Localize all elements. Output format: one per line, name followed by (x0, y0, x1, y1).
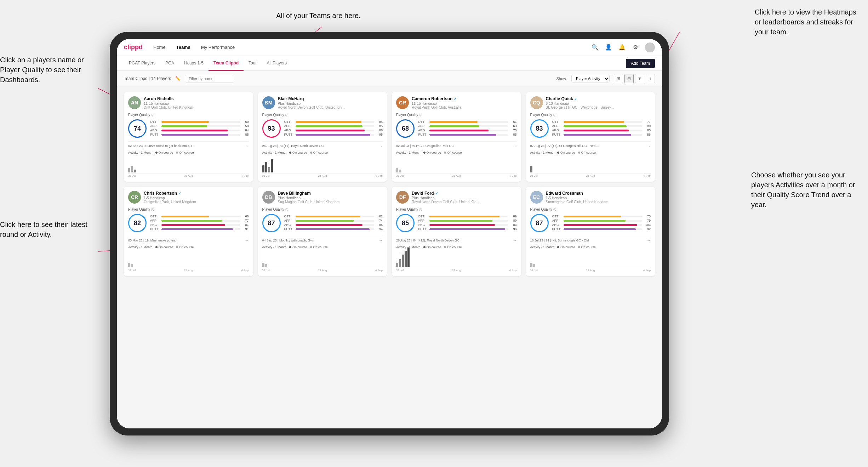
nav-my-performance[interactable]: My Performance (201, 45, 235, 50)
list-view-button[interactable]: ⊟ (624, 74, 634, 83)
settings-icon[interactable]: ⚙ (632, 44, 639, 51)
chart-bar (530, 263, 532, 267)
quality-section[interactable]: 85 OTT 89 APP 80 ARG 83 PUTT (396, 214, 517, 232)
activity-header: Activity · 1 Month On course Off course (128, 151, 249, 154)
nav-home[interactable]: Home (153, 45, 166, 50)
chart-bar (271, 159, 273, 172)
stat-bar (296, 224, 362, 226)
chart-label-mid: 21 Aug (318, 174, 327, 177)
bell-icon[interactable]: 🔔 (618, 44, 626, 51)
round-arrow[interactable]: → (647, 238, 651, 243)
quality-circle[interactable]: 87 (530, 214, 549, 232)
quality-circle[interactable]: 68 (396, 119, 415, 138)
player-card[interactable]: AN Aaron Nicholls 11-15 Handicap Drift G… (124, 92, 253, 182)
add-team-button[interactable]: Add Team (626, 59, 655, 68)
stat-row: OTT 82 (284, 215, 383, 218)
round-arrow[interactable]: → (647, 144, 651, 148)
quality-section[interactable]: 87 OTT 73 APP 79 ARG 103 PUTT (530, 214, 651, 232)
tab-all-players[interactable]: All Players (262, 56, 292, 71)
stat-value: 103 (644, 223, 651, 227)
player-handicap: Plus Handicap (278, 196, 383, 200)
chart-bar (268, 167, 270, 172)
stat-value: 77 (644, 120, 651, 124)
stats-grid: OTT 61 APP 63 ARG 75 PUTT 8 (418, 120, 517, 137)
brand-logo[interactable]: clippd (124, 44, 143, 51)
stat-bar-container (296, 224, 375, 226)
stat-value: 77 (242, 219, 249, 222)
legend-off-course: Off course (578, 245, 596, 249)
player-name[interactable]: Edward Crossman (546, 191, 651, 196)
search-icon[interactable]: 🔍 (591, 44, 599, 51)
round-arrow[interactable]: → (379, 144, 383, 148)
tab-pga[interactable]: PGA (160, 56, 179, 71)
show-select[interactable]: Player Activity (571, 75, 610, 82)
tab-hcaps[interactable]: Hcaps 1-5 (179, 56, 209, 71)
player-name[interactable]: Charlie Quick ✓ (546, 96, 651, 101)
player-name[interactable]: Cameron Robertson ✓ (412, 96, 517, 101)
quality-section[interactable]: 87 OTT 82 APP 74 ARG 85 PUTT (262, 214, 383, 232)
player-name[interactable]: David Ford ✓ (412, 191, 517, 196)
player-name[interactable]: Dave Billingham (278, 191, 383, 196)
tab-team-clippd[interactable]: Team Clippd (209, 56, 244, 71)
card-header: CR Chris Robertson ✓ 1-5 Handicap Craigm… (128, 191, 249, 204)
quality-section[interactable]: 93 OTT 84 APP 85 ARG 88 PUTT (262, 119, 383, 138)
avatar[interactable] (645, 42, 655, 52)
player-card[interactable]: CR Chris Robertson ✓ 1-5 Handicap Craigm… (124, 187, 253, 276)
chart-bar (533, 264, 535, 267)
player-handicap: 6-10 Handicap (546, 102, 651, 106)
tab-pgat-players[interactable]: PGAT Players (124, 56, 160, 71)
player-card[interactable]: BM Blair McHarg Plus Handicap Royal Nort… (258, 92, 387, 182)
latest-round[interactable]: 26 Aug 23 | 84 (+12), Royal North Devon … (396, 236, 517, 243)
quality-circle[interactable]: 87 (262, 214, 281, 232)
round-text: 07 Aug 23 | 77 (+7), St George's Hill GC… (530, 144, 647, 148)
filter-button[interactable]: ▼ (635, 74, 644, 83)
player-card[interactable]: CR Cameron Robertson ✓ 11-15 Handicap Ro… (392, 92, 521, 182)
player-card[interactable]: DB Dave Billingham Plus Handicap Sug Mag… (258, 187, 387, 276)
quality-circle[interactable]: 85 (396, 214, 415, 232)
stat-bar (296, 130, 365, 131)
player-card[interactable]: DF David Ford ✓ Plus Handicap Royal Nort… (392, 187, 521, 276)
latest-round[interactable]: 02 Sep 23 | Sunset round to get back int… (128, 141, 249, 148)
tab-tour[interactable]: Tour (244, 56, 262, 71)
player-name[interactable]: Aaron Nicholls (144, 96, 249, 101)
card-header: CR Cameron Robertson ✓ 11-15 Handicap Ro… (396, 96, 517, 109)
round-arrow[interactable]: → (513, 238, 517, 243)
round-arrow[interactable]: → (245, 238, 249, 243)
quality-circle[interactable]: 82 (128, 214, 147, 232)
quality-section[interactable]: 82 OTT 60 APP 77 ARG 81 PUTT (128, 214, 249, 232)
profile-icon[interactable]: 👤 (605, 44, 612, 51)
grid-view-button[interactable]: ⊞ (614, 74, 623, 83)
latest-round[interactable]: 04 Sep 23 | Mobility with coach, Gym → (262, 236, 383, 243)
chart-label-end: 4 Sep (643, 269, 651, 272)
quality-circle[interactable]: 93 (262, 119, 281, 138)
round-arrow[interactable]: → (513, 144, 517, 148)
player-card[interactable]: EC Edward Crossman 1-5 Handicap Sunningd… (526, 187, 655, 276)
chart-label-end: 4 Sep (509, 269, 517, 272)
player-info: Blair McHarg Plus Handicap Royal North D… (278, 96, 383, 109)
quality-section[interactable]: 83 OTT 77 APP 80 ARG 83 PUTT (530, 119, 651, 138)
stat-label: ARG (150, 129, 160, 132)
player-card[interactable]: CQ Charlie Quick ✓ 6-10 Handicap St. Geo… (526, 92, 655, 182)
quality-section[interactable]: 68 OTT 61 APP 63 ARG 75 PUTT (396, 119, 517, 138)
player-name[interactable]: Chris Robertson ✓ (144, 191, 249, 196)
stat-bar-container (296, 121, 375, 123)
stat-bar (161, 134, 228, 136)
latest-round[interactable]: 07 Aug 23 | 77 (+7), St George's Hill GC… (530, 141, 651, 148)
sort-button[interactable]: ↕ (646, 74, 655, 83)
round-arrow[interactable]: → (379, 238, 383, 243)
latest-round[interactable]: 18 Jul 23 | 74 (+4), Sunningdale GC - Ol… (530, 236, 651, 243)
player-name[interactable]: Blair McHarg (278, 96, 383, 101)
round-arrow[interactable]: → (245, 144, 249, 148)
latest-round[interactable]: 26 Aug 23 | 73 (+1), Royal North Devon G… (262, 141, 383, 148)
stat-value: 85 (510, 133, 517, 136)
chart-label-end: 4 Sep (643, 174, 651, 177)
mini-chart (396, 156, 517, 173)
latest-round[interactable]: 02 Jul 23 | 59 (+17), Craigmillar Park G… (396, 141, 517, 148)
edit-icon[interactable]: ✏️ (175, 76, 181, 81)
latest-round[interactable]: 03 Mar 23 | 19, Must make putting → (128, 236, 249, 243)
quality-circle[interactable]: 74 (128, 119, 147, 138)
quality-circle[interactable]: 83 (530, 119, 549, 138)
nav-teams[interactable]: Teams (176, 45, 190, 50)
search-input[interactable] (185, 75, 234, 82)
quality-section[interactable]: 74 OTT 60 APP 58 ARG 84 PUTT (128, 119, 249, 138)
